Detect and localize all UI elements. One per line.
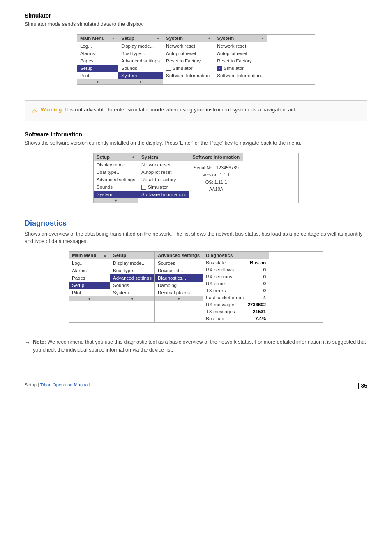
footer-manual-link[interactable]: Triton Operation Manuali — [40, 382, 90, 387]
software-info-desc: Shows the software version currently ins… — [25, 139, 367, 147]
diag-tx-errors: TX errors 0 — [203, 287, 269, 294]
diag-decimal-places: Decimal places — [155, 289, 203, 296]
warning-box: ⚠ Warning: It is not advisable to enter … — [25, 100, 367, 121]
sw-os: OS: 1.11.1 — [194, 179, 238, 186]
warning-text: Warning: It is not advisable to enter si… — [41, 106, 297, 114]
diag-bus-load: Bus load 7.4% — [203, 315, 269, 322]
checkbox-checked — [217, 66, 222, 71]
diag-advanced-col: Advanced settings Sources Device list...… — [155, 252, 203, 322]
system-header-1: System ▲ — [163, 35, 214, 42]
diagnostics-menu: Main Menu ▲ Log... Alarms Pages Setup Pi… — [69, 251, 323, 323]
diag-advanced-header: Advanced settings — [155, 252, 203, 259]
simulator-menu: Main Menu ▲ Log... Alarms Pages Setup Pi… — [77, 34, 315, 85]
diag-rx-messages: RX messages 2736602 — [203, 301, 269, 308]
diag-setup-col: Setup Display mode... Boat type... Advan… — [110, 252, 155, 322]
diag-setup: Setup — [69, 282, 110, 289]
diag-data-col: Diagnostics Bus state Bus on RX overflow… — [203, 252, 269, 322]
simulator-section: Simulator Simulator mode sends simulated… — [25, 12, 367, 121]
diag-display-mode: Display mode... — [110, 259, 154, 267]
menu-item-autopilot-reset: Autopilot reset — [163, 50, 214, 57]
sw-info-header: Software Information — [189, 153, 242, 161]
arrow-down-icon: ▼ — [118, 79, 163, 84]
sw-info-col: Software Information Serial No.: 1234567… — [189, 153, 242, 203]
sw-software-info-selected: Software Information. — [138, 191, 189, 198]
note-body: We recommend that you use this diagnosti… — [33, 339, 366, 353]
page-footer: Setup | Triton Operation Manuali | 35 — [25, 379, 367, 389]
note-box: → Note: We recommend that you use this d… — [25, 338, 367, 354]
diag-diagnostics: Diagnostics... — [155, 274, 203, 282]
main-menu-header: Main Menu ▲ — [77, 35, 118, 42]
note-label: Note: — [33, 339, 46, 345]
diagnostics-section: Diagnostics Shows an overview of the dat… — [25, 219, 367, 354]
setup-header: Setup ▲ — [118, 35, 163, 42]
diag-sounds: Sounds — [110, 282, 154, 289]
arrow-up-icon: ▲ — [131, 155, 135, 159]
menu-item-software-info-2: Software Information... — [214, 72, 267, 79]
arrow-up-icon: ▲ — [111, 36, 115, 40]
setup-col: Setup ▲ Display mode... Boat type... Adv… — [118, 35, 163, 84]
sw-boat-type: Boat type... — [94, 169, 138, 176]
sw-system-header: System — [138, 153, 189, 161]
diagnostics-menu-mockup: Main Menu ▲ Log... Alarms Pages Setup Pi… — [25, 251, 367, 330]
diag-system: System — [110, 289, 154, 296]
menu-item-simulator-unchecked: Simulator — [163, 65, 214, 72]
sw-setup-col: Setup ▲ Display mode... Boat type... Adv… — [94, 153, 138, 203]
diag-pilot: Pilot — [69, 289, 110, 296]
menu-item-display-mode: Display mode... — [118, 42, 163, 50]
sw-system: System — [94, 191, 138, 198]
diag-damping: Damping — [155, 282, 203, 289]
menu-item-advanced: Advanced settings — [118, 57, 163, 65]
sw-display-mode: Display mode... — [94, 161, 138, 169]
menu-item-autopilot-reset-2: Autopilot reset — [214, 50, 267, 57]
menu-item-pages: Pages — [77, 57, 118, 65]
sw-sounds: Sounds — [94, 183, 138, 191]
diag-fast-packet-errors: Fast packet errors 4 — [203, 294, 269, 301]
software-menu: Setup ▲ Display mode... Boat type... Adv… — [93, 153, 299, 204]
arrow-down-icon: ▼ — [155, 296, 203, 301]
sw-info-content: Serial No.: 123456789 Version: 1.1.1 OS:… — [189, 161, 242, 197]
simulator-menu-mockup: Main Menu ▲ Log... Alarms Pages Setup Pi… — [25, 34, 367, 92]
sw-network-reset: Network reset — [138, 161, 189, 169]
diag-device-list: Device list... — [155, 267, 203, 274]
simulator-desc: Simulator mode sends simulated data to t… — [25, 21, 367, 28]
diag-rx-errors: RX errors 0 — [203, 280, 269, 287]
warning-body: It is not advisable to enter simulator m… — [65, 106, 297, 113]
main-menu-col: Main Menu ▲ Log... Alarms Pages Setup Pi… — [77, 35, 118, 84]
software-info-section: Software Information Shows the software … — [25, 131, 367, 211]
sw-autopilot-reset: Autopilot reset — [138, 169, 189, 176]
diag-bus-state: Bus state Bus on — [203, 259, 269, 266]
arrow-down-icon: ▼ — [77, 79, 118, 84]
sw-model: AA10A — [194, 186, 238, 193]
sw-setup-header: Setup ▲ — [94, 153, 138, 161]
diag-setup-header: Setup — [110, 252, 154, 259]
warning-label: Warning: — [41, 106, 64, 113]
arrow-down-icon: ▼ — [69, 296, 110, 301]
menu-item-setup: Setup — [77, 65, 118, 72]
diag-rx-overruns: RX overruns 0 — [203, 273, 269, 280]
menu-item-log: Log... — [77, 42, 118, 50]
arrow-down-icon: ▼ — [94, 198, 138, 203]
warning-icon: ⚠ — [32, 106, 37, 116]
sw-simulator: Simulator — [138, 183, 189, 191]
menu-item-alarms: Alarms — [77, 50, 118, 57]
diag-main-menu-header: Main Menu ▲ — [69, 252, 110, 259]
menu-item-reset-factory: Reset to Factory — [163, 57, 214, 65]
sw-serial: Serial No.: 123456789 — [194, 164, 238, 172]
checkbox-plain — [141, 185, 146, 190]
system-header-2: System ▲ — [214, 35, 267, 42]
system-col-1: System ▲ Network reset Autopilot reset R… — [163, 35, 214, 84]
arrow-up-icon: ▲ — [156, 36, 160, 40]
arrow-up-icon: ▲ — [103, 253, 107, 257]
note-arrow-icon: → — [25, 338, 30, 347]
diagnostics-desc: Shows an overview of the data being tran… — [25, 230, 367, 246]
menu-item-network-reset-2: Network reset — [214, 42, 267, 50]
sw-version: Version: 1.1.1 — [194, 171, 238, 179]
page-number: | 35 — [358, 382, 367, 389]
footer-setup-label: Setup | — [25, 382, 40, 387]
menu-item-network-reset: Network reset — [163, 42, 214, 50]
software-info-title: Software Information — [25, 131, 367, 138]
diag-data-header: Diagnostics — [203, 252, 269, 259]
arrow-down-icon: ▼ — [110, 296, 154, 301]
diagnostics-title: Diagnostics — [25, 219, 367, 228]
diag-boat-type: Boat type... — [110, 267, 154, 274]
